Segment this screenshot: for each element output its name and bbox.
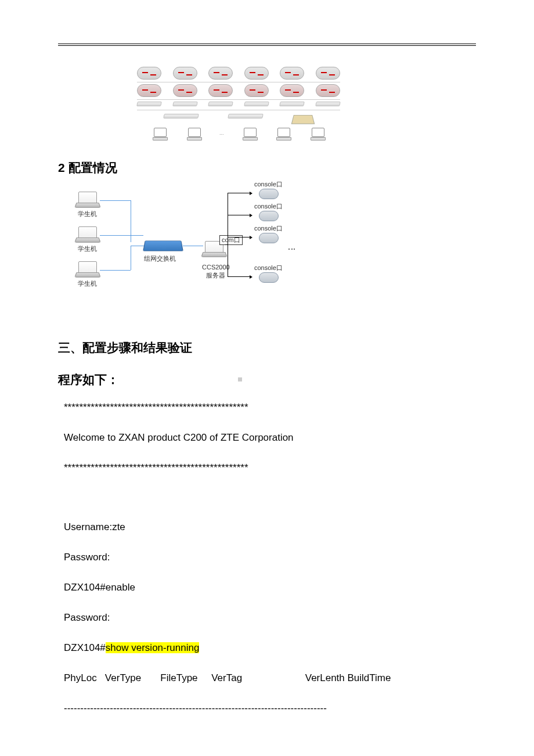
pc-icon xyxy=(186,128,202,141)
highlighted-command: show version-running xyxy=(106,642,200,653)
pc-icon xyxy=(151,128,168,141)
student-pc-label: 学生机 xyxy=(78,210,97,218)
table-header-line: PhyLoc VerType FileType VerTag VerLenth … xyxy=(64,672,391,684)
switch-icon xyxy=(172,102,198,106)
switch-icon xyxy=(244,102,269,106)
password-line: Password: xyxy=(64,552,110,563)
router-icon xyxy=(316,67,340,80)
router-icon xyxy=(173,84,197,97)
pc-icon xyxy=(309,128,326,141)
student-pc-label: 学生机 xyxy=(78,244,97,253)
router-icon xyxy=(173,67,197,80)
separator-line: ****************************************… xyxy=(64,462,248,474)
show-version-line: DZX104#show version-running xyxy=(64,642,199,654)
router-icon xyxy=(208,84,233,97)
router-icon xyxy=(137,84,161,97)
config-diagram: 学生机 学生机 学生机 组网交换机 CCS2000服务器 com口 ⋮ cons… xyxy=(75,186,308,290)
enable-line: DZX104#enable xyxy=(64,582,135,593)
console-port-label: console口 xyxy=(254,224,283,233)
prompt-text: DZX104# xyxy=(64,642,106,653)
switch-icon xyxy=(143,240,183,251)
laptop-icon xyxy=(75,192,99,208)
dash-line: ----------------------------------------… xyxy=(64,703,327,714)
router-icon xyxy=(137,67,161,80)
double-rule-divider xyxy=(58,44,476,46)
pc-icon xyxy=(275,128,291,141)
router-icon xyxy=(259,233,279,243)
pc-icon xyxy=(241,128,258,141)
password-line: Password: xyxy=(64,612,110,624)
switch-icon xyxy=(228,114,264,118)
router-icon xyxy=(280,67,304,80)
switch-label: 组网交换机 xyxy=(144,254,176,263)
username-line: Username:zte xyxy=(64,521,125,533)
server-icon xyxy=(291,115,315,124)
router-icon xyxy=(259,211,279,221)
heading-program: 程序如下： xyxy=(58,372,119,388)
router-icon xyxy=(280,84,304,97)
router-icon xyxy=(244,84,269,97)
router-icon xyxy=(208,67,233,80)
decorative-square xyxy=(238,377,242,381)
topology-diagram: ··· xyxy=(137,67,340,154)
laptop-icon xyxy=(75,226,99,243)
router-icon xyxy=(259,272,279,283)
heading-steps: 三、配置步骤和结果验证 xyxy=(58,340,192,356)
laptop-icon xyxy=(75,261,99,278)
switch-icon xyxy=(136,102,162,106)
switch-icon xyxy=(208,102,233,106)
switch-icon xyxy=(315,102,341,106)
router-icon xyxy=(259,189,279,199)
router-icon xyxy=(316,84,340,97)
console-port-label: console口 xyxy=(254,264,283,272)
heading-config: 2 配置情况 xyxy=(58,160,117,176)
welcome-line: Welcome to ZXAN product C200 of ZTE Corp… xyxy=(64,432,294,444)
vdots-icon: ⋮ xyxy=(290,245,294,253)
switch-icon xyxy=(280,102,305,106)
router-icon xyxy=(244,67,269,80)
student-pc-label: 学生机 xyxy=(78,279,97,288)
console-port-label: console口 xyxy=(254,202,283,211)
separator-line: ****************************************… xyxy=(64,402,248,413)
switch-icon xyxy=(163,114,199,118)
server-label: CCS2000服务器 xyxy=(202,263,230,280)
console-port-label: console口 xyxy=(254,180,283,189)
